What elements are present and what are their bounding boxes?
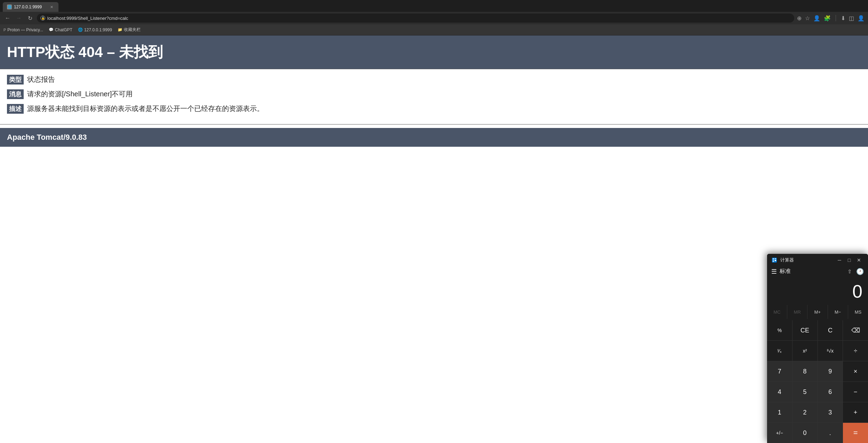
calc-ce-button[interactable]: CE [792, 320, 818, 340]
bookmark-chatgpt-label: ChatGPT [55, 27, 72, 32]
bookmark-chatgpt[interactable]: 💬 ChatGPT [49, 27, 72, 32]
http-footer-text: Apache Tomcat/9.0.83 [7, 133, 87, 142]
http-value-type: 状态报告 [27, 75, 55, 84]
bookmark-localhost-icon: 🌐 [78, 27, 83, 32]
browser-toolbar: ← → ↻ 🔒 localhost:9999/Shell_Listener?cm… [0, 12, 868, 24]
calc-add-button[interactable]: + [843, 402, 868, 422]
calc-header: ☰ 标准 ⇧ 🕐 [767, 266, 868, 278]
page-content: HTTP状态 404 – 未找到 类型 状态报告 消息 请求的资源[/Shell… [0, 35, 868, 443]
calc-mminus-button[interactable]: M− [828, 305, 848, 319]
calc-title: 计算器 [780, 257, 835, 263]
http-label-description: 描述 [7, 104, 24, 114]
extensions-icon[interactable]: 🧩 [824, 15, 831, 22]
browser-tab[interactable]: 🌐 127.0.0.1:9999 ✕ [3, 2, 58, 12]
calculator-window: 计算器 ─ □ ✕ ☰ 标准 ⇧ 🕐 0 MC MR M+ M− MS % [767, 254, 868, 443]
calc-mplus-button[interactable]: M+ [807, 305, 827, 319]
calc-4-button[interactable]: 4 [767, 382, 792, 402]
calc-mode-label: 标准 [780, 268, 845, 275]
bookmark-localhost-label: 127.0.0.1:9999 [84, 27, 112, 32]
svg-rect-1 [773, 258, 774, 259]
calc-multiply-button[interactable]: × [843, 361, 868, 381]
tab-label: 127.0.0.1:9999 [14, 5, 42, 9]
http-row-type: 类型 状态报告 [7, 75, 861, 84]
svg-rect-4 [775, 260, 776, 261]
calc-menu-icon[interactable]: ☰ [771, 268, 777, 275]
calc-c-button[interactable]: C [818, 320, 843, 340]
toolbar-icons: ⊕ ☆ 👤 🧩 ⬇ ◫ 👤 [797, 15, 865, 22]
calc-1-button[interactable]: 1 [767, 402, 792, 422]
profile-icon[interactable]: 👤 [813, 15, 820, 22]
bookmark-localhost[interactable]: 🌐 127.0.0.1:9999 [78, 27, 112, 32]
calc-0-button[interactable]: 0 [792, 423, 818, 443]
calc-percent-button[interactable]: % [767, 320, 792, 340]
calc-decimal-button[interactable]: . [818, 423, 843, 443]
calc-negate-button[interactable]: +/− [767, 423, 792, 443]
bookmark-proton-label: Proton — Privacy... [7, 27, 43, 32]
forward-button[interactable]: → [15, 14, 23, 22]
bookmark-folder[interactable]: 📁 收藏夹栏 [118, 27, 141, 33]
calc-square-button[interactable]: x² [792, 341, 818, 361]
calc-5-button[interactable]: 5 [792, 382, 818, 402]
http-value-message: 请求的资源[/Shell_Listener]不可用 [27, 89, 133, 99]
reload-button[interactable]: ↻ [26, 14, 34, 22]
separator [836, 15, 836, 21]
calc-subtract-button[interactable]: − [843, 382, 868, 402]
star-icon[interactable]: ☆ [805, 15, 810, 22]
calc-reciprocal-button[interactable]: ¹∕ₓ [767, 341, 792, 361]
bookmark-chatgpt-icon: 💬 [49, 27, 54, 32]
sidebar-icon[interactable]: ◫ [849, 15, 854, 22]
calc-divide-button[interactable]: ÷ [843, 341, 868, 361]
http-value-description: 源服务器未能找到目标资源的表示或者是不愿公开一个已经存在的资源表示。 [27, 104, 264, 113]
calc-backspace-button[interactable]: ⌫ [843, 320, 868, 340]
calc-equals-button[interactable]: = [843, 423, 868, 443]
address-text: localhost:9999/Shell_Listener?cmd=calc [47, 16, 791, 21]
calc-close-button[interactable]: ✕ [854, 255, 864, 265]
calc-sqrt-button[interactable]: ²√x [818, 341, 843, 361]
calc-mc-button[interactable]: MC [767, 305, 787, 319]
calc-9-button[interactable]: 9 [818, 361, 843, 381]
download-icon[interactable]: ⬇ [841, 15, 845, 22]
calc-keep-on-top-icon[interactable]: ⇧ [847, 268, 852, 275]
bookmark-folder-label: 收藏夹栏 [124, 27, 141, 33]
bookmark-folder-icon: 📁 [118, 27, 123, 32]
http-title: HTTP状态 404 – 未找到 [7, 42, 861, 62]
svg-rect-2 [775, 258, 776, 259]
calc-titlebar: 计算器 ─ □ ✕ [767, 254, 868, 266]
tab-bar: 🌐 127.0.0.1:9999 ✕ [0, 0, 868, 12]
calc-3-button[interactable]: 3 [818, 402, 843, 422]
tab-favicon: 🌐 [7, 5, 12, 9]
calc-history-icon[interactable]: 🕐 [856, 268, 864, 275]
calc-8-button[interactable]: 8 [792, 361, 818, 381]
calc-display: 0 [767, 278, 868, 304]
calc-2-button[interactable]: 2 [792, 402, 818, 422]
calc-display-number: 0 [773, 282, 862, 301]
bookmark-proton[interactable]: P Proton — Privacy... [3, 27, 43, 32]
http-divider-bottom [0, 124, 868, 124]
http-label-type: 类型 [7, 75, 24, 84]
svg-rect-3 [773, 260, 774, 260]
calc-app-icon [771, 257, 778, 263]
calc-maximize-button[interactable]: □ [844, 255, 854, 265]
http-row-message: 消息 请求的资源[/Shell_Listener]不可用 [7, 89, 861, 99]
svg-rect-5 [773, 261, 774, 262]
calc-button-grid: % CE C ⌫ ¹∕ₓ x² ²√x ÷ 7 8 9 × 4 5 6 − 1 … [767, 320, 868, 443]
calc-7-button[interactable]: 7 [767, 361, 792, 381]
zoom-icon[interactable]: ⊕ [797, 15, 802, 22]
calc-minimize-button[interactable]: ─ [835, 255, 844, 265]
security-icon: 🔒 [40, 16, 45, 21]
bookmark-proton-icon: P [3, 28, 6, 32]
http-footer: Apache Tomcat/9.0.83 [0, 128, 868, 147]
calc-ms-button[interactable]: MS [848, 305, 868, 319]
http-row-description: 描述 源服务器未能找到目标资源的表示或者是不愿公开一个已经存在的资源表示。 [7, 104, 861, 114]
calc-6-button[interactable]: 6 [818, 382, 843, 402]
tab-close-button[interactable]: ✕ [49, 4, 54, 10]
bookmarks-bar: P Proton — Privacy... 💬 ChatGPT 🌐 127.0.… [0, 24, 868, 35]
calc-memory-row: MC MR M+ M− MS [767, 305, 868, 319]
http-error-header: HTTP状态 404 – 未找到 [0, 35, 868, 69]
account-icon[interactable]: 👤 [858, 15, 865, 22]
calc-mr-button[interactable]: MR [787, 305, 807, 319]
back-button[interactable]: ← [3, 14, 12, 22]
address-bar[interactable]: 🔒 localhost:9999/Shell_Listener?cmd=calc [37, 14, 794, 23]
http-label-message: 消息 [7, 89, 24, 99]
http-body: 类型 状态报告 消息 请求的资源[/Shell_Listener]不可用 描述 … [0, 69, 868, 124]
